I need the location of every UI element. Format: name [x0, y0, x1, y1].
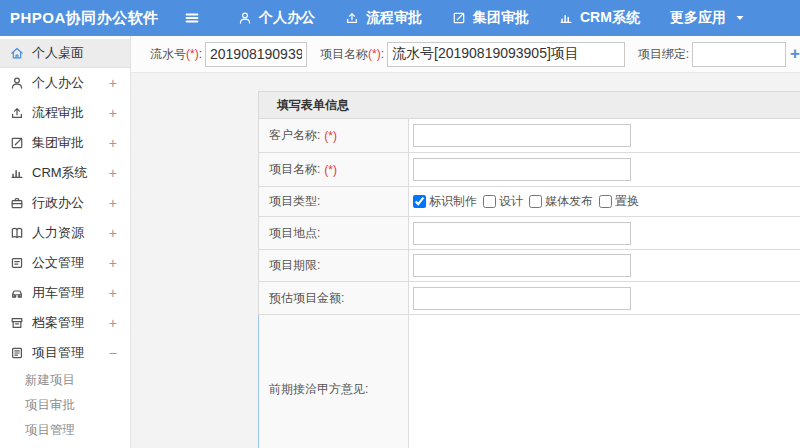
nav-item-0[interactable]: 个人办公 [238, 9, 315, 27]
topbar: PHPOA协同办公软件 个人办公 流程审批 集团审批 CRM系统 更多应用 [0, 0, 800, 36]
form-row-value [409, 315, 800, 448]
book-icon [10, 226, 24, 240]
sidebar-item-label: 流程审批 [32, 104, 84, 122]
sidebar-item-2[interactable]: 流程审批 + [0, 98, 130, 128]
form-row-label: 项目名称:(*) [259, 153, 409, 186]
checkbox-option-2[interactable]: 媒体发布 [529, 193, 593, 210]
nav-item-4[interactable]: 更多应用 [670, 9, 745, 27]
sidebar-item-label: CRM系统 [32, 164, 88, 182]
form-row-5: 预估项目金额: [259, 282, 800, 315]
main-content: 流水号(*): 项目名称(*): 项目绑定: + 填写表单信息 客户名称:(*)… [131, 36, 800, 448]
user-icon [238, 11, 252, 25]
home-icon [10, 46, 24, 60]
checkbox-group: 标识制作设计媒体发布置换 [413, 193, 645, 210]
expand-plus-icon[interactable]: + [109, 225, 117, 241]
caret-down-icon [735, 13, 745, 23]
checkbox-option-3[interactable]: 置换 [599, 193, 639, 210]
sidebar-item-label: 项目管理 [32, 344, 84, 362]
toolbar-field-label-2: 项目绑定: [638, 46, 689, 63]
archive-icon [10, 316, 24, 330]
add-icon[interactable]: + [790, 44, 800, 64]
toolbar-field-input-2[interactable] [692, 42, 786, 67]
edit-square-icon [10, 136, 24, 150]
expand-plus-icon[interactable]: + [109, 285, 117, 301]
form-row-3: 项目地点: [259, 217, 800, 250]
form-row-label: 项目期限: [259, 250, 409, 281]
expand-plus-icon[interactable]: + [109, 105, 117, 121]
doc-icon [10, 256, 24, 270]
form-row-value: 标识制作设计媒体发布置换 [409, 187, 800, 216]
sidebar-item-7[interactable]: 公文管理 + [0, 248, 130, 278]
sidebar-item-label: 行政办公 [32, 194, 84, 212]
checkbox-option-1[interactable]: 设计 [483, 193, 523, 210]
collapse-minus-icon[interactable]: − [109, 345, 117, 361]
sidebar-item-4[interactable]: CRM系统 + [0, 158, 130, 188]
form-panel: 填写表单信息 客户名称:(*) 项目名称:(*) 项目类型: 标识制作设计媒体发… [258, 91, 800, 448]
form-input-5[interactable] [413, 287, 631, 310]
chart-icon [559, 11, 573, 25]
briefcase-icon [10, 196, 24, 210]
sidebar-item-9[interactable]: 档案管理 + [0, 308, 130, 338]
toolbar: 流水号(*): 项目名称(*): 项目绑定: + [131, 36, 800, 73]
form-row-label: 项目地点: [259, 217, 409, 249]
toolbar-field-label-1: 项目名称(*): [320, 46, 384, 63]
nav-item-2[interactable]: 集团审批 [452, 9, 529, 27]
toolbar-field-input-0[interactable] [205, 42, 307, 67]
sidebar-item-label: 公文管理 [32, 254, 84, 272]
sidebar-item-label: 个人办公 [32, 74, 84, 92]
sidebar-item-label: 人力资源 [32, 224, 84, 242]
sidebar-item-0[interactable]: 个人桌面 [0, 39, 130, 68]
menu-toggle-button[interactable] [184, 10, 200, 26]
form-rows: 客户名称:(*) 项目名称:(*) 项目类型: 标识制作设计媒体发布置换 项目地… [259, 119, 800, 448]
nav-item-1[interactable]: 流程审批 [345, 9, 422, 27]
required-marker: (*) [186, 47, 199, 61]
form-input-0[interactable] [413, 124, 631, 147]
nav-item-3[interactable]: CRM系统 [559, 9, 640, 27]
expand-plus-icon[interactable]: + [109, 165, 117, 181]
sidebar-item-6[interactable]: 人力资源 + [0, 218, 130, 248]
form-row-value [409, 217, 800, 249]
form-row-0: 客户名称:(*) [259, 119, 800, 153]
nav-item-label: 流程审批 [366, 9, 422, 27]
required-marker: (*) [324, 163, 337, 177]
sidebar-item-8[interactable]: 用车管理 + [0, 278, 130, 308]
form-panel-title: 填写表单信息 [259, 92, 800, 119]
form-textarea-6[interactable] [413, 318, 800, 448]
user-icon [10, 76, 24, 90]
sidebar-subitem-0[interactable]: 新建项目 [0, 368, 130, 393]
form-row-value [409, 119, 800, 152]
sidebar-item-10[interactable]: 项目管理 − [0, 338, 130, 368]
checkbox-input-1[interactable] [483, 195, 496, 208]
sidebar-item-label: 集团审批 [32, 134, 84, 152]
form-row-1: 项目名称:(*) [259, 153, 800, 187]
nav-item-label: CRM系统 [580, 9, 640, 27]
nav-item-label: 集团审批 [473, 9, 529, 27]
form-row-label: 前期接洽甲方意见: [259, 315, 409, 448]
expand-plus-icon[interactable]: + [109, 75, 117, 91]
project-icon [10, 346, 24, 360]
toolbar-field-input-1[interactable] [387, 42, 625, 67]
required-marker: (*) [324, 129, 337, 143]
sidebar-item-1[interactable]: 个人办公 + [0, 68, 130, 98]
sidebar-item-3[interactable]: 集团审批 + [0, 128, 130, 158]
car-icon [10, 286, 24, 300]
expand-plus-icon[interactable]: + [109, 195, 117, 211]
edit-square-icon [452, 11, 466, 25]
sidebar-item-label: 用车管理 [32, 284, 84, 302]
form-row-label: 项目类型: [259, 187, 409, 216]
sidebar-item-5[interactable]: 行政办公 + [0, 188, 130, 218]
expand-plus-icon[interactable]: + [109, 135, 117, 151]
checkbox-input-2[interactable] [529, 195, 542, 208]
sidebar-subitem-2[interactable]: 项目管理 [0, 418, 130, 443]
checkbox-option-0[interactable]: 标识制作 [413, 193, 477, 210]
toolbar-field-label-0: 流水号(*): [150, 46, 202, 63]
checkbox-input-3[interactable] [599, 195, 612, 208]
form-row-value [409, 282, 800, 314]
sidebar-subitem-1[interactable]: 项目审批 [0, 393, 130, 418]
form-input-3[interactable] [413, 222, 631, 245]
form-input-1[interactable] [413, 158, 631, 181]
expand-plus-icon[interactable]: + [109, 255, 117, 271]
checkbox-input-0[interactable] [413, 195, 426, 208]
expand-plus-icon[interactable]: + [109, 315, 117, 331]
form-input-4[interactable] [413, 254, 631, 277]
